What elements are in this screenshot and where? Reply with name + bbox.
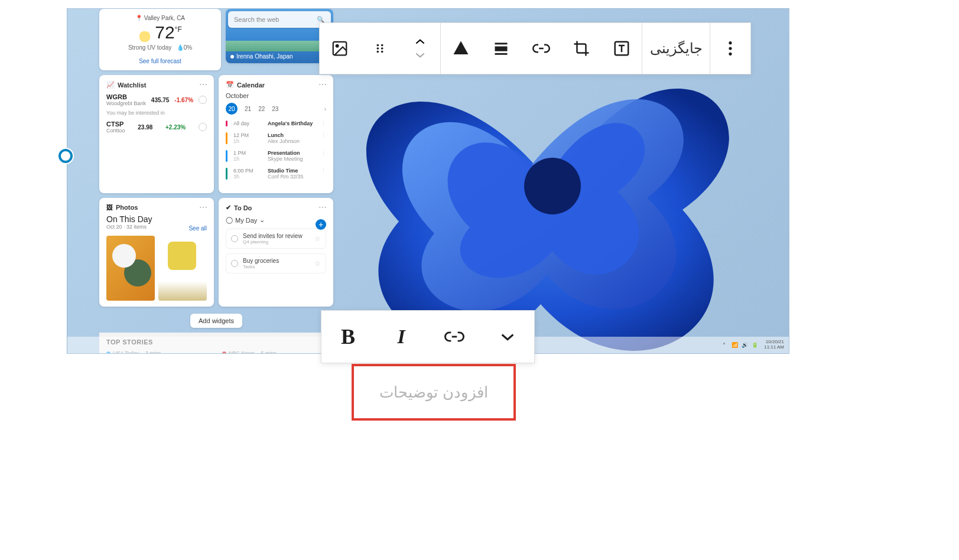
weather-widget: 📍 Valley Park, CA 72°F Strong UV today 💧… [99,9,221,70]
watchlist-widget: 📈 Watchlist ⋯ WGRBWoodgrebt Bank 435.75 … [99,75,214,193]
see-all-link[interactable]: See all [188,225,207,232]
style-variation-button[interactable] [441,23,481,74]
svg-point-8 [381,51,383,53]
svg-point-14 [729,47,732,50]
more-icon[interactable]: ⋯ [318,80,327,89]
link-button[interactable] [521,23,561,74]
caption-input-highlight[interactable]: افزودن توضیحات [352,364,516,421]
more-icon[interactable]: ⋯ [318,203,327,212]
more-icon[interactable]: ⋯ [199,80,208,89]
more-options-button[interactable] [710,23,750,74]
volume-icon[interactable]: 🔊 [742,342,748,348]
photo-thumbnail[interactable] [158,236,207,301]
chevron-down-icon[interactable]: ⌄ [259,216,265,224]
image-block-toolbar: جایگزینی [319,22,751,74]
taskbar-clock[interactable]: 10/20/21 11:11 AM [764,340,784,350]
drag-handle[interactable] [360,23,400,74]
svg-point-0 [524,158,581,214]
bold-button[interactable]: B [327,311,369,363]
link-button[interactable] [434,311,475,363]
crop-button[interactable] [561,23,602,74]
add-task-button[interactable]: + [316,219,326,230]
more-formatting-button[interactable] [487,311,528,363]
battery-icon[interactable]: 🔋 [752,342,758,348]
image-block-icon-button[interactable] [320,23,360,74]
add-widgets-button[interactable]: Add widgets [190,314,242,328]
photos-widget: 🖼 Photos ⋯ On This Day Oct 20 · 32 items… [99,198,214,307]
replace-button[interactable]: جایگزینی [642,40,710,57]
svg-rect-10 [495,47,508,51]
svg-point-7 [377,51,379,53]
svg-point-2 [336,45,339,47]
chevron-up-icon[interactable]: ˄ [723,342,726,349]
resize-handle-left[interactable] [58,149,73,163]
more-icon[interactable]: ⋯ [199,203,208,212]
caption-placeholder: افزودن توضیحات [379,383,487,402]
align-button[interactable] [481,23,521,74]
svg-point-15 [729,53,732,56]
travel-widget: Search the web 🔍 Irenna Ohashi, Japan [226,9,333,63]
text-overlay-button[interactable] [602,23,642,74]
photo-thumbnail[interactable] [106,236,155,301]
svg-point-3 [377,44,379,47]
svg-point-6 [381,47,383,50]
search-placeholder[interactable]: Search the web [234,16,279,23]
calendar-selected-day[interactable]: 20 [226,103,238,115]
move-up-down[interactable] [400,38,440,58]
svg-point-5 [377,47,379,50]
wifi-icon[interactable]: 📶 [732,342,738,348]
forecast-link[interactable]: See full forecast [106,58,214,64]
svg-point-13 [729,41,732,44]
todo-item[interactable]: Buy groceriesTasks ☆ [226,253,326,274]
svg-point-4 [381,44,383,47]
calendar-widget: 📅 Calendar ⋯ October 20 21 22 23 › All d… [219,75,333,193]
italic-button[interactable]: I [381,311,422,363]
todo-item[interactable]: Send invites for reviewQ4 planning ☆ [226,229,326,249]
todo-widget: ✔ To Do ⋯ ◯ My Day ⌄ + Send invites for … [219,198,333,307]
caption-toolbar: B I [321,310,535,363]
windows-widgets-panel: 📍 Valley Park, CA 72°F Strong UV today 💧… [99,9,333,354]
